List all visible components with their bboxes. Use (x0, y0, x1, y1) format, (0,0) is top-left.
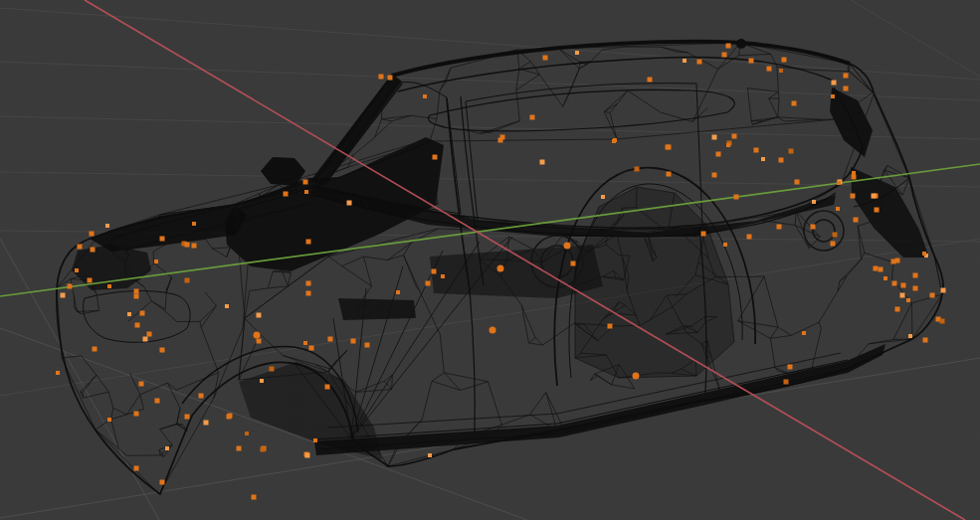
selected-vertex[interactable] (261, 447, 266, 452)
selected-vertex[interactable] (306, 240, 311, 245)
selected-vertex[interactable] (879, 267, 883, 272)
selected-vertex-dot[interactable] (564, 243, 571, 250)
selected-vertex[interactable] (767, 67, 772, 72)
selected-vertex[interactable] (844, 87, 849, 91)
selected-vertex[interactable] (874, 266, 879, 271)
selected-vertex-dot[interactable] (633, 373, 640, 380)
selected-vertex[interactable] (154, 260, 158, 263)
selected-vertex[interactable] (68, 284, 73, 289)
selected-vertex[interactable] (304, 190, 308, 194)
selected-vertex[interactable] (891, 260, 896, 264)
selected-vertex[interactable] (257, 313, 262, 318)
selected-vertex[interactable] (635, 167, 640, 172)
selected-vertex[interactable] (831, 242, 836, 247)
selected-vertex[interactable] (245, 432, 249, 435)
selected-vertex[interactable] (134, 412, 139, 417)
selected-vertex[interactable] (811, 225, 816, 230)
selected-vertex[interactable] (831, 94, 835, 98)
selected-vertex[interactable] (777, 225, 782, 230)
selected-vertex[interactable] (648, 78, 653, 83)
selected-vertex[interactable] (667, 172, 672, 177)
selected-vertex[interactable] (379, 75, 384, 80)
selected-vertex[interactable] (612, 139, 616, 143)
selected-vertex[interactable] (852, 171, 856, 175)
selected-vertex[interactable] (844, 74, 849, 79)
selected-vertex[interactable] (747, 235, 752, 240)
selected-vertex[interactable] (388, 76, 393, 81)
selected-vertex[interactable] (895, 307, 900, 312)
selected-vertex[interactable] (789, 149, 794, 154)
selected-vertex[interactable] (423, 94, 427, 98)
selected-vertex[interactable] (428, 453, 432, 457)
selected-vertex[interactable] (93, 347, 98, 352)
selected-vertex[interactable] (147, 332, 152, 337)
selected-vertex[interactable] (540, 160, 545, 165)
selected-vertex[interactable] (571, 261, 576, 266)
selected-vertex-dot[interactable] (490, 327, 496, 334)
selected-vertex[interactable] (833, 233, 838, 238)
selected-vertex[interactable] (139, 382, 144, 387)
selected-vertex[interactable] (795, 180, 800, 185)
selected-vertex[interactable] (199, 394, 204, 399)
selected-vertex[interactable] (530, 115, 535, 120)
selected-vertex[interactable] (726, 143, 730, 147)
selected-vertex[interactable] (701, 232, 706, 237)
selected-vertex[interactable] (697, 60, 702, 65)
selected-vertex[interactable] (779, 69, 783, 73)
selected-vertex[interactable] (305, 453, 310, 458)
selected-vertex[interactable] (284, 192, 289, 197)
selected-vertex[interactable] (309, 346, 314, 351)
selected-vertex[interactable] (227, 415, 232, 420)
selected-vertex[interactable] (270, 367, 275, 372)
selected-vertex[interactable] (351, 339, 356, 344)
selected-vertex[interactable] (306, 291, 311, 296)
selected-vertex[interactable] (913, 286, 918, 291)
selected-vertex[interactable] (732, 134, 737, 139)
selected-vertex[interactable] (313, 438, 317, 442)
selected-vertex[interactable] (237, 446, 242, 451)
selected-vertex[interactable] (303, 180, 308, 185)
selected-vertex[interactable] (683, 59, 686, 63)
selected-vertex[interactable] (667, 145, 672, 150)
selected-vertex[interactable] (792, 101, 797, 106)
selected-vertex[interactable] (90, 232, 95, 237)
selected-vertex[interactable] (883, 276, 887, 280)
selected-vertex[interactable] (134, 294, 139, 299)
selected-vertex[interactable] (160, 237, 165, 242)
selected-vertex[interactable] (906, 298, 910, 302)
selected-vertex[interactable] (325, 385, 330, 390)
selected-vertex[interactable] (432, 269, 437, 274)
selected-vertex[interactable] (788, 365, 793, 370)
selected-vertex[interactable] (134, 466, 139, 471)
selected-vertex[interactable] (165, 446, 169, 450)
selected-vertex[interactable] (135, 323, 140, 328)
selected-vertex[interactable] (260, 379, 264, 383)
selected-vertex[interactable] (913, 273, 918, 278)
selected-vertex[interactable] (832, 81, 837, 86)
selected-vertex[interactable] (91, 248, 96, 253)
selected-vertex[interactable] (723, 243, 727, 247)
selected-vertex[interactable] (543, 56, 548, 61)
selected-vertex[interactable] (160, 480, 165, 485)
selected-vertex[interactable] (922, 252, 926, 256)
selected-vertex[interactable] (143, 337, 148, 342)
selected-vertex[interactable] (716, 152, 721, 157)
selected-vertex[interactable] (105, 224, 109, 228)
selected-vertex[interactable] (749, 59, 754, 64)
selected-vertex[interactable] (252, 495, 257, 500)
selected-vertex[interactable] (204, 421, 209, 426)
selected-vertex[interactable] (851, 194, 856, 199)
selected-vertex[interactable] (722, 53, 727, 58)
selected-vertex[interactable] (433, 155, 438, 160)
selected-vertex[interactable] (347, 201, 352, 206)
selected-vertex[interactable] (61, 293, 66, 298)
selected-vertex[interactable] (88, 278, 93, 283)
selected-vertex[interactable] (608, 324, 613, 329)
selected-vertex[interactable] (836, 207, 840, 211)
selected-vertex[interactable] (930, 293, 935, 298)
selected-vertex-dot[interactable] (254, 332, 261, 339)
selected-vertex[interactable] (107, 284, 111, 288)
selected-vertex[interactable] (892, 281, 897, 286)
selected-vertex[interactable] (812, 200, 816, 204)
selected-vertex[interactable] (712, 173, 717, 178)
